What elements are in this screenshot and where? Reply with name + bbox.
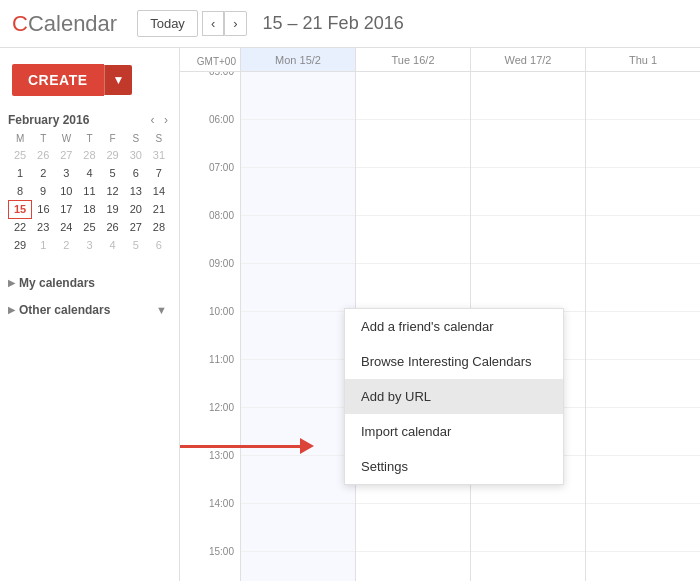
dropdown-item[interactable]: Add a friend's calendar (345, 309, 563, 344)
day-header-tue-name: Tue 16/2 (360, 54, 466, 66)
day-col-mon (240, 72, 355, 581)
time-row (356, 72, 470, 120)
mini-cal-day[interactable]: 2 (32, 164, 55, 182)
day-headers: GMT+00 Mon 15/2 Tue 16/2 Wed 17/2 Thu 1 (180, 48, 700, 72)
time-row (586, 360, 700, 408)
time-label: 05:00 (180, 72, 240, 114)
mini-cal-day[interactable]: 4 (78, 164, 101, 182)
mini-cal-day[interactable]: 5 (101, 164, 124, 182)
mini-cal-day[interactable]: 29 (101, 146, 124, 164)
dropdown-menu: Add a friend's calendarBrowse Interestin… (344, 308, 564, 485)
other-calendars-label: ▶ Other calendars (8, 303, 110, 317)
mini-cal-day[interactable]: 26 (32, 146, 55, 164)
mini-calendar: February 2016 ‹ › MTWTFSS 25262728293031… (0, 112, 179, 254)
my-calendars-label: ▶ My calendars (8, 276, 95, 290)
time-row (356, 552, 470, 581)
mini-cal-day[interactable]: 16 (32, 200, 55, 218)
time-row (586, 120, 700, 168)
mini-cal-day[interactable]: 7 (147, 164, 170, 182)
prev-button[interactable]: ‹ (202, 11, 224, 36)
mini-cal-day[interactable]: 1 (32, 236, 55, 254)
time-label: 07:00 (180, 162, 240, 210)
time-label: 14:00 (180, 498, 240, 546)
mini-cal-grid: MTWTFSS 25262728293031123456789101112131… (8, 131, 171, 254)
mini-cal-day[interactable]: 2 (55, 236, 78, 254)
time-row (471, 504, 585, 552)
dropdown-item[interactable]: Add by URL (345, 379, 563, 414)
mini-cal-day[interactable]: 14 (147, 182, 170, 200)
time-label: 09:00 (180, 258, 240, 306)
mini-cal-weekday: T (32, 131, 55, 146)
mini-cal-day[interactable]: 6 (147, 236, 170, 254)
day-header-tue: Tue 16/2 (355, 48, 470, 71)
mini-cal-day[interactable]: 9 (32, 182, 55, 200)
time-label: 12:00 (180, 402, 240, 450)
mini-cal-prev[interactable]: ‹ (147, 113, 157, 127)
dropdown-item[interactable]: Import calendar (345, 414, 563, 449)
date-range: 15 – 21 Feb 2016 (263, 13, 404, 34)
mini-cal-month-year: February 2016 (8, 113, 89, 127)
mini-cal-day[interactable]: 28 (147, 218, 170, 236)
time-row (586, 504, 700, 552)
time-row (241, 552, 355, 581)
time-label: 06:00 (180, 114, 240, 162)
mini-cal-day[interactable]: 19 (101, 200, 124, 218)
mini-cal-day[interactable]: 31 (147, 146, 170, 164)
mini-cal-day[interactable]: 3 (55, 164, 78, 182)
my-cal-triangle-icon: ▶ (8, 278, 15, 288)
create-dropdown-button[interactable]: ▼ (104, 65, 133, 95)
dropdown-item[interactable]: Browse Interesting Calendars (345, 344, 563, 379)
mini-cal-day[interactable]: 17 (55, 200, 78, 218)
calendar-content: GMT+00 Mon 15/2 Tue 16/2 Wed 17/2 Thu 1 … (180, 48, 700, 581)
mini-cal-day[interactable]: 8 (9, 182, 32, 200)
mini-cal-day[interactable]: 5 (124, 236, 147, 254)
mini-cal-day[interactable]: 10 (55, 182, 78, 200)
mini-cal-day[interactable]: 25 (78, 218, 101, 236)
mini-cal-day[interactable]: 28 (78, 146, 101, 164)
mini-cal-day[interactable]: 23 (32, 218, 55, 236)
time-row (471, 120, 585, 168)
mini-cal-day[interactable]: 4 (101, 236, 124, 254)
mini-cal-day[interactable]: 13 (124, 182, 147, 200)
time-row (356, 504, 470, 552)
mini-cal-day[interactable]: 15 (9, 200, 32, 218)
time-row (471, 264, 585, 312)
create-main-button[interactable]: CREATE (12, 64, 104, 96)
mini-cal-day[interactable]: 11 (78, 182, 101, 200)
time-label: 08:00 (180, 210, 240, 258)
time-row (241, 408, 355, 456)
gmt-label: GMT+00 (180, 48, 240, 71)
mini-cal-weekday: S (147, 131, 170, 146)
mini-cal-day[interactable]: 24 (55, 218, 78, 236)
mini-cal-weekday: M (9, 131, 32, 146)
mini-cal-day[interactable]: 25 (9, 146, 32, 164)
time-row (586, 264, 700, 312)
mini-cal-day[interactable]: 22 (9, 218, 32, 236)
mini-cal-day[interactable]: 6 (124, 164, 147, 182)
other-calendars-action-button[interactable]: ▼ (152, 302, 171, 318)
mini-cal-day[interactable]: 29 (9, 236, 32, 254)
time-row (241, 360, 355, 408)
mini-cal-day[interactable]: 1 (9, 164, 32, 182)
mini-cal-day[interactable]: 27 (124, 218, 147, 236)
mini-cal-day[interactable]: 3 (78, 236, 101, 254)
mini-cal-weekday: S (124, 131, 147, 146)
mini-cal-day[interactable]: 30 (124, 146, 147, 164)
mini-cal-day[interactable]: 18 (78, 200, 101, 218)
mini-cal-day[interactable]: 27 (55, 146, 78, 164)
mini-cal-day[interactable]: 26 (101, 218, 124, 236)
next-button[interactable]: › (224, 11, 246, 36)
today-button[interactable]: Today (137, 10, 198, 37)
day-header-wed-name: Wed 17/2 (475, 54, 581, 66)
mini-cal-next[interactable]: › (161, 113, 171, 127)
mini-cal-day[interactable]: 12 (101, 182, 124, 200)
mini-cal-day[interactable]: 21 (147, 200, 170, 218)
day-header-thu: Thu 1 (585, 48, 700, 71)
mini-cal-day[interactable]: 20 (124, 200, 147, 218)
dropdown-item[interactable]: Settings (345, 449, 563, 484)
app-title: CCalendar (12, 11, 117, 37)
time-row (241, 168, 355, 216)
time-row (241, 504, 355, 552)
time-row (586, 312, 700, 360)
time-row (586, 456, 700, 504)
